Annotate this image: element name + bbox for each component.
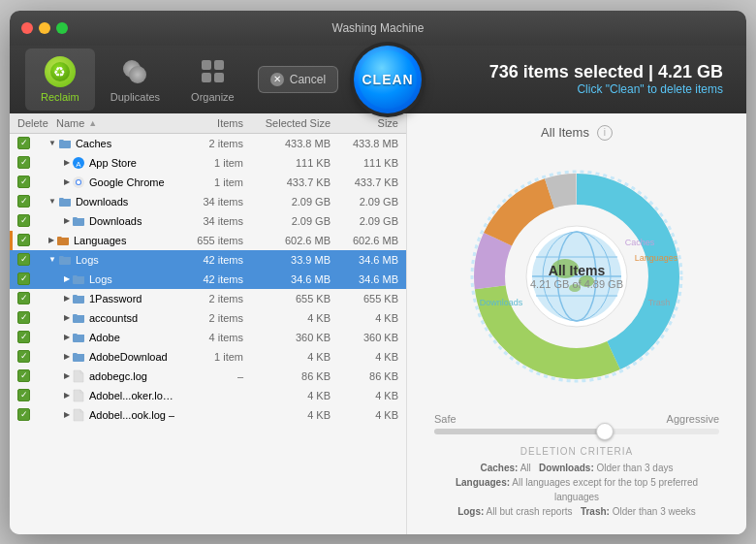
file-name: Caches bbox=[76, 138, 111, 149]
donut-chart: Caches Languages Trash Downloads bbox=[460, 160, 693, 393]
file-checkbox[interactable] bbox=[17, 272, 30, 285]
slider-track[interactable] bbox=[434, 429, 719, 434]
file-icon bbox=[72, 369, 85, 383]
file-name: Google Chrome bbox=[89, 176, 165, 188]
file-checkbox[interactable] bbox=[17, 195, 30, 208]
file-checkbox-cell bbox=[17, 292, 48, 304]
duplicates-button[interactable]: Duplicates bbox=[95, 48, 175, 111]
reclaim-icon bbox=[45, 56, 76, 87]
cancel-label: Cancel bbox=[290, 73, 326, 86]
file-selsize: 433.7 KB bbox=[243, 176, 331, 188]
file-selsize: 4 KB bbox=[243, 390, 331, 401]
file-checkbox-cell bbox=[17, 253, 48, 266]
col-size-header: Size bbox=[331, 117, 398, 129]
file-row[interactable]: ▶ AdobeDownload 1 item 4 KB 4 KB bbox=[10, 347, 406, 367]
file-items: – bbox=[175, 370, 243, 382]
file-items: 34 items bbox=[175, 196, 243, 208]
file-selsize: 360 KB bbox=[243, 332, 331, 343]
file-selsize: 34.6 MB bbox=[243, 273, 331, 285]
file-items: 42 items bbox=[175, 254, 243, 266]
svg-point-21 bbox=[569, 284, 581, 292]
file-checkbox[interactable] bbox=[17, 137, 30, 149]
file-icon bbox=[72, 176, 85, 189]
info-icon[interactable]: i bbox=[597, 125, 613, 141]
clean-label: CLEAN bbox=[362, 72, 413, 87]
file-checkbox-cell bbox=[17, 331, 48, 343]
traffic-lights bbox=[21, 22, 68, 34]
organize-label: Organize bbox=[191, 91, 235, 103]
file-checkbox[interactable] bbox=[17, 156, 30, 169]
file-items: 4 items bbox=[175, 332, 243, 343]
file-row[interactable]: ▶ Languages 655 items 602.6 MB 602.6 MB bbox=[10, 231, 406, 250]
file-size: 4 KB bbox=[331, 312, 398, 324]
file-list: ▼ Caches 2 items 433.8 MB 433.8 MB ▶ A A… bbox=[10, 134, 406, 534]
file-checkbox-cell bbox=[17, 137, 48, 149]
file-row[interactable]: ▶ Google Chrome 1 item 433.7 KB 433.7 KB bbox=[10, 173, 406, 192]
file-icon bbox=[72, 214, 85, 228]
file-icon bbox=[72, 272, 85, 286]
file-checkbox[interactable] bbox=[17, 311, 30, 324]
file-checkbox[interactable] bbox=[17, 214, 30, 227]
file-checkbox[interactable] bbox=[17, 331, 30, 343]
svg-text:Downloads: Downloads bbox=[480, 298, 523, 307]
file-row[interactable]: ▶ Adobe 4 items 360 KB 360 KB bbox=[10, 328, 406, 347]
app-window: Washing Machine Reclaim Duplicates bbox=[10, 11, 746, 534]
file-icon bbox=[72, 311, 85, 325]
cancel-button[interactable]: ✕ Cancel bbox=[258, 66, 338, 93]
file-size: 4 KB bbox=[331, 409, 398, 421]
close-button[interactable] bbox=[21, 22, 33, 34]
file-icon bbox=[72, 389, 85, 402]
file-row[interactable]: ▶ Logs 42 items 34.6 MB 34.6 MB bbox=[10, 270, 406, 289]
file-selsize: 111 KB bbox=[243, 157, 331, 169]
file-items: 34 items bbox=[175, 215, 243, 227]
file-name: Logs bbox=[89, 273, 112, 285]
organize-icon bbox=[197, 56, 228, 87]
file-row[interactable]: ▼ Caches 2 items 433.8 MB 433.8 MB bbox=[10, 134, 406, 153]
file-row[interactable]: ▶ A App Store 1 item 111 KB 111 KB bbox=[10, 153, 406, 173]
file-name: Adobe bbox=[89, 332, 120, 343]
file-name: Adobel...ook.log – bbox=[89, 409, 174, 421]
clean-button[interactable]: CLEAN bbox=[354, 46, 422, 113]
file-checkbox[interactable] bbox=[17, 350, 30, 363]
file-checkbox[interactable] bbox=[17, 292, 30, 304]
file-checkbox-cell bbox=[17, 195, 48, 208]
file-checkbox[interactable] bbox=[17, 369, 30, 382]
file-name: accountsd bbox=[89, 312, 138, 324]
file-checkbox-cell bbox=[17, 176, 48, 188]
file-checkbox[interactable] bbox=[17, 389, 30, 401]
file-selsize: 4 KB bbox=[243, 351, 331, 363]
file-checkbox[interactable] bbox=[17, 176, 30, 188]
file-checkbox[interactable] bbox=[17, 408, 30, 421]
file-row[interactable]: ▶ Adobel...ook.log – 4 KB 4 KB bbox=[10, 405, 406, 425]
file-size: 433.7 KB bbox=[331, 176, 398, 188]
col-name-header[interactable]: Name ▲ bbox=[56, 117, 175, 129]
reclaim-label: Reclaim bbox=[41, 91, 79, 103]
file-checkbox[interactable] bbox=[17, 234, 30, 246]
file-size: 2.09 GB bbox=[331, 196, 398, 208]
file-checkbox[interactable] bbox=[17, 253, 30, 266]
selected-sub: Click "Clean" to delete items bbox=[577, 82, 723, 96]
fullscreen-button[interactable] bbox=[56, 22, 68, 34]
file-row[interactable]: ▼ Downloads 34 items 2.09 GB 2.09 GB bbox=[10, 192, 406, 211]
deletion-criteria-text: Caches: All Downloads: Older than 3 days… bbox=[434, 461, 719, 519]
file-name: Logs bbox=[76, 254, 99, 266]
file-row[interactable]: ▼ Logs 42 items 33.9 MB 34.6 MB bbox=[10, 250, 406, 270]
file-icon bbox=[72, 350, 85, 364]
minimize-button[interactable] bbox=[39, 22, 50, 34]
file-checkbox-cell bbox=[17, 311, 48, 324]
file-row[interactable]: ▶ 1Password 2 items 655 KB 655 KB bbox=[10, 289, 406, 308]
file-row[interactable]: ▶ Downloads 34 items 2.09 GB 2.09 GB bbox=[10, 211, 406, 231]
titlebar: Washing Machine bbox=[10, 11, 746, 46]
file-checkbox-cell bbox=[17, 156, 48, 169]
file-size: 2.09 GB bbox=[331, 215, 398, 227]
slider-thumb[interactable] bbox=[596, 423, 614, 440]
file-items: 655 items bbox=[175, 235, 243, 246]
window-title: Washing Machine bbox=[332, 21, 425, 35]
chart-panel: All Items i bbox=[407, 113, 746, 534]
file-row[interactable]: ▶ accountsd 2 items 4 KB 4 KB bbox=[10, 308, 406, 328]
reclaim-button[interactable]: Reclaim bbox=[25, 48, 95, 111]
file-row[interactable]: ▶ adobegc.log – 86 KB 86 KB bbox=[10, 367, 406, 386]
file-row[interactable]: ▶ Adobel...oker.log – 4 KB 4 KB bbox=[10, 386, 406, 405]
file-items: 2 items bbox=[175, 312, 243, 324]
organize-button[interactable]: Organize bbox=[175, 48, 250, 111]
